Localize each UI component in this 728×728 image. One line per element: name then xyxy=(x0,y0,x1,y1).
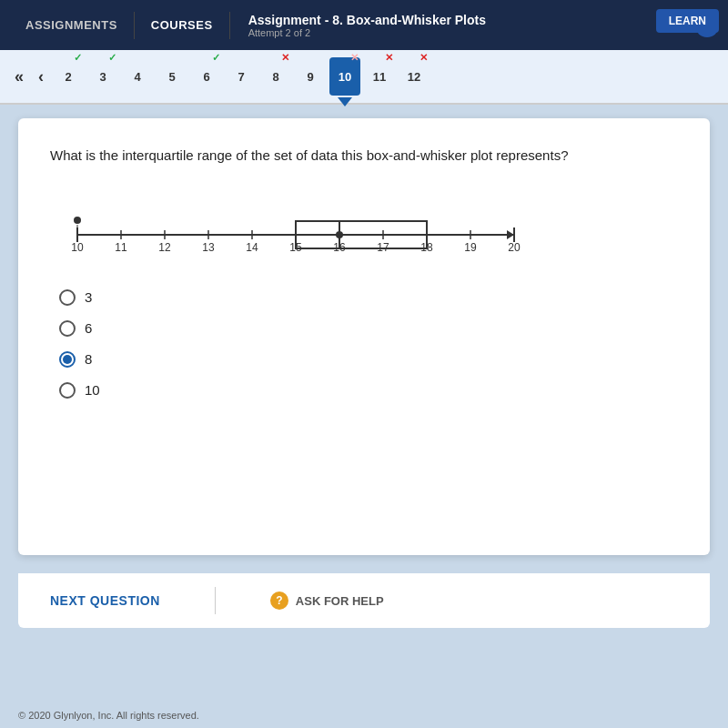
svg-text:12: 12 xyxy=(158,241,171,254)
question-num-7[interactable]: 7 xyxy=(226,57,257,96)
bottom-bar: NEXT QUESTION ? ASK FOR HELP xyxy=(18,573,710,628)
check-3: ✓ xyxy=(108,52,116,64)
top-navigation: ASSIGNMENTS COURSES Assignment - 8. Box-… xyxy=(0,0,728,50)
svg-text:11: 11 xyxy=(115,241,127,254)
question-num-8[interactable]: ✕ 8 xyxy=(260,57,291,96)
radio-6[interactable] xyxy=(59,320,76,337)
check-6: ✓ xyxy=(212,52,220,64)
svg-text:14: 14 xyxy=(246,241,258,254)
bottom-divider xyxy=(215,587,216,614)
option-8-label: 8 xyxy=(85,351,92,367)
question-num-9[interactable]: 9 xyxy=(295,57,326,96)
question-num-3[interactable]: ✓ 3 xyxy=(87,57,118,96)
next-question-button[interactable]: NEXT QUESTION xyxy=(50,593,160,608)
check-11: ✕ xyxy=(385,52,393,64)
copyright-text: © 2020 Glynlyon, Inc. All rights reserve… xyxy=(18,710,199,721)
main-content: What is the interquartile range of the s… xyxy=(18,118,710,555)
question-text: What is the interquartile range of the s… xyxy=(50,146,678,167)
check-2: ✓ xyxy=(74,52,82,64)
radio-8-inner xyxy=(63,355,72,364)
back-single-button[interactable]: ‹ xyxy=(33,64,49,90)
option-6[interactable]: 6 xyxy=(59,320,678,337)
option-3[interactable]: 3 xyxy=(59,289,678,306)
check-12: ✕ xyxy=(420,52,428,64)
question-num-6[interactable]: ✓ 6 xyxy=(191,57,222,96)
learn-button[interactable]: LEARN xyxy=(656,9,719,33)
question-num-10[interactable]: ✕ 10 xyxy=(329,57,360,96)
assignment-title: Assignment - 8. Box-and-Whisker Plots xyxy=(248,13,486,27)
question-num-4[interactable]: 4 xyxy=(122,57,153,96)
radio-3[interactable] xyxy=(59,289,76,306)
back-double-button[interactable]: « xyxy=(9,64,29,90)
option-8[interactable]: 8 xyxy=(59,351,678,368)
nav-courses[interactable]: COURSES xyxy=(135,0,229,50)
svg-text:19: 19 xyxy=(464,241,477,254)
ask-help-button[interactable]: ? ASK FOR HELP xyxy=(270,592,384,610)
check-10: ✕ xyxy=(350,52,359,64)
svg-text:20: 20 xyxy=(508,241,521,254)
option-3-label: 3 xyxy=(85,289,92,305)
svg-point-28 xyxy=(336,231,343,238)
option-10[interactable]: 10 xyxy=(59,382,678,399)
footer: © 2020 Glynlyon, Inc. All rights reserve… xyxy=(18,710,199,721)
ask-help-label: ASK FOR HELP xyxy=(296,594,384,608)
radio-8[interactable] xyxy=(59,351,76,368)
question-num-2[interactable]: ✓ 2 xyxy=(53,57,84,96)
svg-text:10: 10 xyxy=(71,241,84,254)
answer-options: 3 6 8 10 xyxy=(59,289,678,399)
attempt-label: Attempt 2 of 2 xyxy=(248,27,486,38)
question-navigation: « ‹ ✓ 2 ✓ 3 4 5 ✓ 6 7 ✕ 8 9 ✕ 10 ✕ 11 xyxy=(0,50,728,105)
box-whisker-plot: 10 11 12 13 14 15 16 17 18 xyxy=(59,189,678,262)
assignment-info: Assignment - 8. Box-and-Whisker Plots At… xyxy=(230,13,504,38)
help-icon: ? xyxy=(270,592,288,610)
option-6-label: 6 xyxy=(85,320,92,336)
check-8: ✕ xyxy=(281,52,289,64)
plot-svg: 10 11 12 13 14 15 16 17 18 xyxy=(59,189,532,262)
nav-assignments[interactable]: ASSIGNMENTS xyxy=(9,0,134,50)
svg-text:13: 13 xyxy=(202,241,215,254)
question-num-5[interactable]: 5 xyxy=(157,57,187,96)
question-num-11[interactable]: ✕ 11 xyxy=(364,57,395,96)
radio-10[interactable] xyxy=(59,382,76,399)
question-num-12[interactable]: ✕ 12 xyxy=(399,57,430,96)
option-10-label: 10 xyxy=(85,382,100,398)
